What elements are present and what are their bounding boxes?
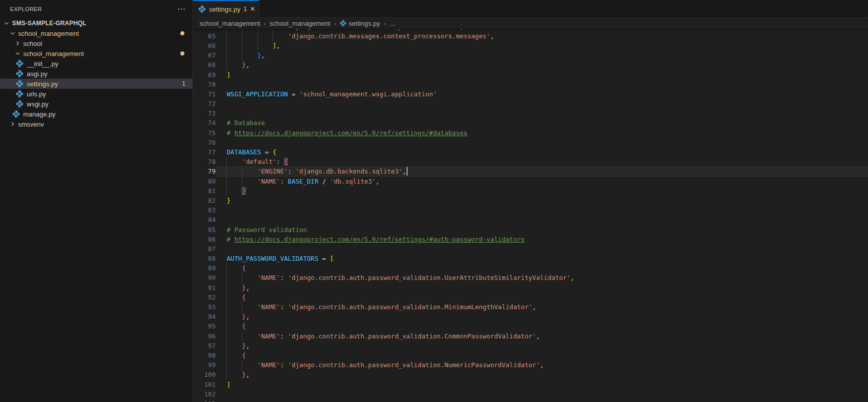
token-pun: , xyxy=(261,51,265,59)
line-number[interactable]: 67 xyxy=(193,50,216,60)
code-line-90[interactable]: 90 'NAME': 'django.contrib.auth.password… xyxy=(193,273,868,282)
token-url: https://docs.djangoproject.com/en/5.0/re… xyxy=(234,236,524,243)
code-line-88[interactable]: 88AUTH_PASSWORD_VALIDATORS = [ xyxy=(193,254,868,263)
code-line-78[interactable]: 78 'default': { xyxy=(193,157,868,166)
line-number[interactable]: 87 xyxy=(193,244,216,254)
code-line-93[interactable]: 93 'NAME': 'django.contrib.auth.password… xyxy=(193,302,868,312)
line-number[interactable]: 71 xyxy=(193,89,216,99)
close-icon[interactable]: × xyxy=(250,5,255,13)
line-number[interactable]: 103 xyxy=(193,399,216,402)
code-line-94[interactable]: 94 }, xyxy=(193,312,868,321)
line-number[interactable]: 99 xyxy=(193,360,216,370)
breadcrumb-item-3[interactable]: … xyxy=(389,20,396,27)
tree-item-school[interactable]: school xyxy=(0,38,192,48)
tree-item-school-management[interactable]: school_management xyxy=(0,28,192,38)
code-line-95[interactable]: 95 { xyxy=(193,321,868,331)
code-line-97[interactable]: 97 }, xyxy=(193,341,868,351)
code-line-70[interactable]: 70 xyxy=(193,80,868,89)
tree-item-asgi-py[interactable]: asgi.py xyxy=(0,69,192,79)
code-line-80[interactable]: 80 'NAME': BASE_DIR / 'db.sqlite3', xyxy=(193,177,868,186)
breadcrumb-item-2[interactable]: settings.py xyxy=(340,20,380,27)
line-number[interactable]: 73 xyxy=(193,108,216,118)
tree-item-sms-sample-graphql[interactable]: SMS-SAMPLE-GRAPHQL xyxy=(0,18,192,28)
line-number[interactable]: 96 xyxy=(193,331,216,341)
tree-item-smsvenv[interactable]: smsvenv xyxy=(0,119,192,129)
line-number[interactable]: 81 xyxy=(193,186,216,196)
code-line-99[interactable]: 99 'NAME': 'django.contrib.auth.password… xyxy=(193,360,868,370)
line-number[interactable]: 98 xyxy=(193,351,216,360)
line-number[interactable]: 101 xyxy=(193,380,216,389)
code-line-68[interactable]: 68 }, xyxy=(193,60,868,70)
line-number[interactable]: 75 xyxy=(193,128,216,138)
code-line-100[interactable]: 100 }, xyxy=(193,370,868,379)
code-line-86[interactable]: 86# https://docs.djangoproject.com/en/5.… xyxy=(193,235,868,244)
breadcrumb-item-0[interactable]: school_management xyxy=(199,20,260,27)
line-number[interactable]: 84 xyxy=(193,215,216,224)
code-line-101[interactable]: 101] xyxy=(193,380,868,389)
line-number[interactable]: 95 xyxy=(193,321,216,331)
line-number[interactable]: 77 xyxy=(193,147,216,157)
tree-item-settings-py[interactable]: settings.py1 xyxy=(0,79,192,89)
line-number[interactable]: 97 xyxy=(193,341,216,351)
line-number[interactable]: 90 xyxy=(193,273,216,282)
code-line-81[interactable]: 81 } xyxy=(193,186,868,196)
line-number[interactable]: 93 xyxy=(193,302,216,312)
code-line-71[interactable]: 71WSGI_APPLICATION = 'school_management.… xyxy=(193,89,868,99)
tree-item--init-py[interactable]: __init__.py xyxy=(0,59,192,69)
code-editor[interactable]: 64 'django.contrib.auth.context_processo… xyxy=(193,29,868,402)
code-line-69[interactable]: 69] xyxy=(193,70,868,80)
code-line-98[interactable]: 98 { xyxy=(193,351,868,360)
code-line-67[interactable]: 67 }, xyxy=(193,50,868,60)
line-number[interactable]: 76 xyxy=(193,138,216,147)
line-number[interactable]: 69 xyxy=(193,70,216,80)
code-line-76[interactable]: 76 xyxy=(193,138,868,147)
code-line-83[interactable]: 83 xyxy=(193,205,868,215)
code-line-85[interactable]: 85# Password validation xyxy=(193,225,868,235)
line-number[interactable]: 85 xyxy=(193,225,216,235)
line-number[interactable]: 86 xyxy=(193,235,216,244)
code-line-89[interactable]: 89 { xyxy=(193,263,868,273)
code-line-84[interactable]: 84 xyxy=(193,215,868,224)
line-number[interactable]: 88 xyxy=(193,254,216,263)
code-line-91[interactable]: 91 }, xyxy=(193,283,868,293)
line-number[interactable]: 89 xyxy=(193,263,216,273)
line-number[interactable]: 72 xyxy=(193,99,216,108)
line-number[interactable]: 68 xyxy=(193,60,216,70)
line-number[interactable]: 65 xyxy=(193,31,216,41)
line-number[interactable]: 79 xyxy=(193,166,216,176)
line-number[interactable]: 83 xyxy=(193,205,216,215)
code-line-96[interactable]: 96 'NAME': 'django.contrib.auth.password… xyxy=(193,331,868,341)
code-line-74[interactable]: 74# Database xyxy=(193,118,868,128)
line-number[interactable]: 66 xyxy=(193,41,216,50)
code-line-66[interactable]: 66 ], xyxy=(193,41,868,50)
line-number[interactable]: 78 xyxy=(193,157,216,166)
code-line-72[interactable]: 72 xyxy=(193,99,868,108)
tree-item-label: settings.py xyxy=(27,80,58,88)
more-actions-icon[interactable]: ⋯ xyxy=(177,7,185,12)
line-number[interactable]: 94 xyxy=(193,312,216,321)
tab-settings-py[interactable]: settings.py 1 × xyxy=(193,0,259,17)
line-number[interactable]: 74 xyxy=(193,118,216,128)
line-number[interactable]: 82 xyxy=(193,196,216,205)
code-line-79[interactable]: 79 'ENGINE': 'django.db.backends.sqlite3… xyxy=(193,166,868,176)
code-line-103[interactable]: 103 xyxy=(193,399,868,402)
code-line-82[interactable]: 82} xyxy=(193,196,868,205)
breadcrumb-item-1[interactable]: school_management xyxy=(270,20,330,27)
line-number[interactable]: 92 xyxy=(193,293,216,302)
line-number[interactable]: 70 xyxy=(193,80,216,89)
line-number[interactable]: 100 xyxy=(193,370,216,379)
code-line-75[interactable]: 75# https://docs.djangoproject.com/en/5.… xyxy=(193,128,868,138)
tree-item-urls-py[interactable]: urls.py xyxy=(0,89,192,99)
line-number[interactable]: 102 xyxy=(193,389,216,399)
code-line-77[interactable]: 77DATABASES = { xyxy=(193,147,868,157)
code-line-87[interactable]: 87 xyxy=(193,244,868,254)
code-line-73[interactable]: 73 xyxy=(193,108,868,118)
tree-item-manage-py[interactable]: manage.py xyxy=(0,109,192,119)
line-number[interactable]: 80 xyxy=(193,177,216,186)
tree-item-wsgi-py[interactable]: wsgi.py xyxy=(0,99,192,109)
code-line-92[interactable]: 92 { xyxy=(193,293,868,302)
code-line-102[interactable]: 102 xyxy=(193,389,868,399)
tree-item-school-management[interactable]: school_management xyxy=(0,48,192,59)
line-number[interactable]: 91 xyxy=(193,283,216,293)
code-line-65[interactable]: 65 'django.contrib.messages.context_proc… xyxy=(193,31,868,41)
